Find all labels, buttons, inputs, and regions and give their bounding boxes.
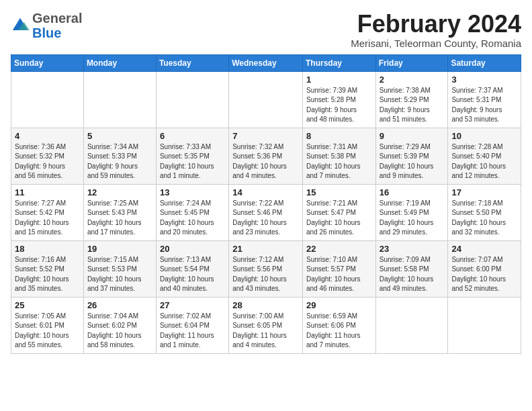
weekday-header-saturday: Saturday	[448, 54, 521, 71]
day-info: Sunrise: 7:36 AMSunset: 5:32 PMDaylight:…	[15, 142, 80, 181]
day-info: Sunrise: 7:10 AMSunset: 5:57 PMDaylight:…	[306, 255, 372, 294]
day-number: 26	[87, 300, 152, 310]
day-info: Sunrise: 7:15 AMSunset: 5:53 PMDaylight:…	[87, 255, 152, 294]
calendar-cell: 10Sunrise: 7:28 AMSunset: 5:40 PMDayligh…	[448, 128, 521, 184]
calendar-cell: 2Sunrise: 7:38 AMSunset: 5:29 PMDaylight…	[375, 71, 448, 128]
weekday-header-sunday: Sunday	[11, 54, 84, 71]
calendar-cell: 16Sunrise: 7:19 AMSunset: 5:49 PMDayligh…	[375, 184, 448, 240]
calendar-body: 1Sunrise: 7:39 AMSunset: 5:28 PMDaylight…	[11, 71, 521, 353]
day-number: 6	[160, 131, 225, 141]
day-number: 9	[380, 131, 445, 141]
logo-text: General Blue	[32, 11, 82, 40]
day-info: Sunrise: 7:21 AMSunset: 5:47 PMDaylight:…	[306, 199, 372, 238]
day-info: Sunrise: 7:31 AMSunset: 5:38 PMDaylight:…	[306, 142, 372, 181]
day-number: 21	[232, 244, 299, 254]
week-row-5: 25Sunrise: 7:05 AMSunset: 6:01 PMDayligh…	[11, 297, 521, 353]
day-number: 4	[15, 131, 80, 141]
day-number: 16	[380, 187, 445, 197]
day-info: Sunrise: 7:12 AMSunset: 5:56 PMDaylight:…	[232, 255, 299, 294]
calendar-cell: 27Sunrise: 7:02 AMSunset: 6:04 PMDayligh…	[156, 297, 228, 353]
day-number: 7	[232, 131, 299, 141]
day-number: 10	[451, 131, 517, 141]
calendar-cell	[448, 297, 521, 353]
day-info: Sunrise: 7:28 AMSunset: 5:40 PMDaylight:…	[451, 142, 517, 181]
day-info: Sunrise: 7:00 AMSunset: 6:05 PMDaylight:…	[232, 312, 299, 351]
calendar-cell	[11, 71, 84, 128]
day-info: Sunrise: 7:25 AMSunset: 5:43 PMDaylight:…	[87, 199, 152, 238]
day-number: 19	[87, 244, 152, 254]
day-info: Sunrise: 7:37 AMSunset: 5:31 PMDaylight:…	[451, 86, 517, 125]
weekday-header-tuesday: Tuesday	[156, 54, 228, 71]
calendar-cell: 7Sunrise: 7:32 AMSunset: 5:36 PMDaylight…	[229, 128, 303, 184]
calendar-cell: 13Sunrise: 7:24 AMSunset: 5:45 PMDayligh…	[156, 184, 228, 240]
day-number: 12	[87, 187, 152, 197]
week-row-2: 4Sunrise: 7:36 AMSunset: 5:32 PMDaylight…	[11, 128, 521, 184]
calendar-cell: 14Sunrise: 7:22 AMSunset: 5:46 PMDayligh…	[229, 184, 303, 240]
calendar: SundayMondayTuesdayWednesdayThursdayFrid…	[11, 54, 521, 354]
day-info: Sunrise: 7:29 AMSunset: 5:39 PMDaylight:…	[380, 142, 445, 181]
calendar-cell: 23Sunrise: 7:09 AMSunset: 5:58 PMDayligh…	[375, 240, 448, 297]
calendar-cell: 5Sunrise: 7:34 AMSunset: 5:33 PMDaylight…	[83, 128, 156, 184]
day-info: Sunrise: 7:27 AMSunset: 5:42 PMDaylight:…	[15, 199, 80, 238]
calendar-cell: 15Sunrise: 7:21 AMSunset: 5:47 PMDayligh…	[302, 184, 375, 240]
calendar-cell	[83, 71, 156, 128]
calendar-cell: 19Sunrise: 7:15 AMSunset: 5:53 PMDayligh…	[83, 240, 156, 297]
day-number: 17	[451, 187, 517, 197]
weekday-header-monday: Monday	[83, 54, 156, 71]
day-info: Sunrise: 7:34 AMSunset: 5:33 PMDaylight:…	[87, 142, 152, 181]
day-number: 14	[232, 187, 299, 197]
day-info: Sunrise: 7:22 AMSunset: 5:46 PMDaylight:…	[232, 199, 299, 238]
day-number: 27	[160, 300, 225, 310]
logo-icon	[11, 16, 30, 35]
day-number: 28	[232, 300, 299, 310]
calendar-cell: 12Sunrise: 7:25 AMSunset: 5:43 PMDayligh…	[83, 184, 156, 240]
day-number: 3	[451, 75, 517, 85]
day-info: Sunrise: 7:24 AMSunset: 5:45 PMDaylight:…	[160, 199, 225, 238]
location-subtitle: Merisani, Teleorman County, Romania	[351, 38, 521, 49]
day-info: Sunrise: 7:04 AMSunset: 6:02 PMDaylight:…	[87, 312, 152, 351]
day-info: Sunrise: 7:09 AMSunset: 5:58 PMDaylight:…	[380, 255, 445, 294]
calendar-cell: 8Sunrise: 7:31 AMSunset: 5:38 PMDaylight…	[302, 128, 375, 184]
calendar-cell: 18Sunrise: 7:16 AMSunset: 5:52 PMDayligh…	[11, 240, 84, 297]
day-info: Sunrise: 7:33 AMSunset: 5:35 PMDaylight:…	[160, 142, 225, 181]
day-info: Sunrise: 7:16 AMSunset: 5:52 PMDaylight:…	[15, 255, 80, 294]
weekday-header-wednesday: Wednesday	[229, 54, 303, 71]
calendar-cell: 20Sunrise: 7:13 AMSunset: 5:54 PMDayligh…	[156, 240, 228, 297]
day-number: 25	[15, 300, 80, 310]
calendar-cell: 28Sunrise: 7:00 AMSunset: 6:05 PMDayligh…	[229, 297, 303, 353]
calendar-cell: 24Sunrise: 7:07 AMSunset: 6:00 PMDayligh…	[448, 240, 521, 297]
day-info: Sunrise: 7:13 AMSunset: 5:54 PMDaylight:…	[160, 255, 225, 294]
day-info: Sunrise: 7:05 AMSunset: 6:01 PMDaylight:…	[15, 312, 80, 351]
calendar-header: SundayMondayTuesdayWednesdayThursdayFrid…	[11, 54, 521, 71]
day-info: Sunrise: 7:39 AMSunset: 5:28 PMDaylight:…	[306, 86, 372, 125]
day-info: Sunrise: 7:19 AMSunset: 5:49 PMDaylight:…	[380, 199, 445, 238]
calendar-cell	[375, 297, 448, 353]
logo: General Blue	[11, 11, 82, 40]
calendar-cell	[229, 71, 303, 128]
day-number: 11	[15, 187, 80, 197]
calendar-cell: 11Sunrise: 7:27 AMSunset: 5:42 PMDayligh…	[11, 184, 84, 240]
day-number: 5	[87, 131, 152, 141]
day-info: Sunrise: 6:59 AMSunset: 6:06 PMDaylight:…	[306, 312, 372, 351]
day-number: 1	[306, 75, 372, 85]
week-row-1: 1Sunrise: 7:39 AMSunset: 5:28 PMDaylight…	[11, 71, 521, 128]
day-number: 24	[451, 244, 517, 254]
day-number: 29	[306, 300, 372, 310]
weekday-header-row: SundayMondayTuesdayWednesdayThursdayFrid…	[11, 54, 521, 71]
logo-blue: Blue	[32, 26, 61, 40]
calendar-cell: 22Sunrise: 7:10 AMSunset: 5:57 PMDayligh…	[302, 240, 375, 297]
header: General Blue February 2024 Merisani, Tel…	[11, 11, 521, 49]
calendar-cell	[156, 71, 228, 128]
calendar-cell: 21Sunrise: 7:12 AMSunset: 5:56 PMDayligh…	[229, 240, 303, 297]
day-number: 15	[306, 187, 372, 197]
calendar-cell: 1Sunrise: 7:39 AMSunset: 5:28 PMDaylight…	[302, 71, 375, 128]
logo-general: General	[32, 11, 82, 26]
day-info: Sunrise: 7:02 AMSunset: 6:04 PMDaylight:…	[160, 312, 225, 351]
day-number: 23	[380, 244, 445, 254]
weekday-header-friday: Friday	[375, 54, 448, 71]
month-title: February 2024	[351, 11, 521, 38]
day-number: 20	[160, 244, 225, 254]
week-row-4: 18Sunrise: 7:16 AMSunset: 5:52 PMDayligh…	[11, 240, 521, 297]
day-info: Sunrise: 7:32 AMSunset: 5:36 PMDaylight:…	[232, 142, 299, 181]
day-number: 18	[15, 244, 80, 254]
